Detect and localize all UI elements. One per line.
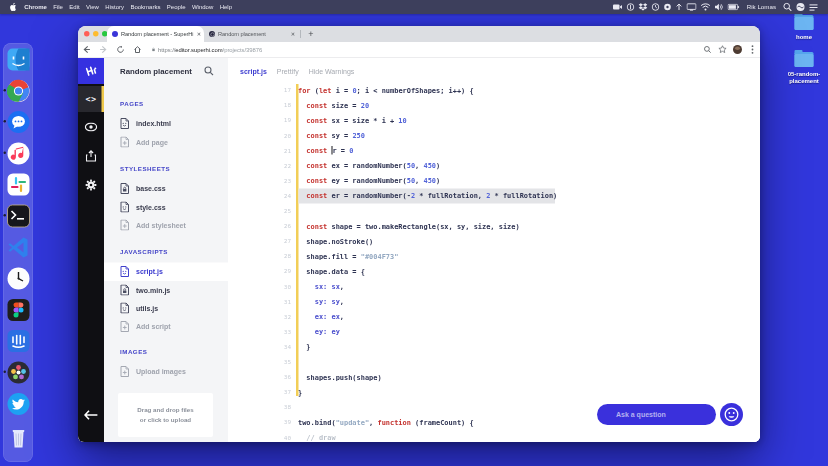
info-icon[interactable] — [625, 3, 637, 11]
bookmark-star-icon[interactable] — [715, 43, 730, 57]
clock-icon[interactable] — [650, 3, 662, 11]
reload-button[interactable] — [112, 43, 129, 57]
section-stylesheets: STYLESHEETSbase.cssstyle.cssAdd styleshe… — [104, 165, 228, 234]
editor-tabbar: script.js Prettify Hide Warnings — [228, 58, 354, 84]
notification-center-icon[interactable] — [807, 3, 820, 11]
menu-history[interactable]: History — [102, 4, 127, 11]
dock-clock[interactable] — [7, 267, 31, 291]
line-number: 34 — [228, 339, 291, 354]
browser-window: Random placement - SuperHi ✕ Random plac… — [78, 26, 760, 442]
file-script-js[interactable]: script.js — [104, 263, 228, 281]
menu-file[interactable]: File — [50, 4, 66, 11]
profile-avatar[interactable] — [730, 43, 745, 57]
dropbox-icon[interactable] — [637, 3, 650, 11]
menu-view[interactable]: View — [83, 4, 102, 11]
tab-close-icon[interactable]: ✕ — [197, 31, 201, 37]
zoom-icon[interactable] — [700, 43, 715, 57]
add-images-button[interactable]: Upload images — [104, 363, 228, 381]
upload-dropzone[interactable]: Drag and drop files or click to upload — [118, 393, 213, 437]
line-number: 36 — [228, 369, 291, 384]
wifi-icon[interactable] — [699, 3, 713, 11]
new-tab-button[interactable]: + — [306, 29, 316, 39]
search-icon[interactable] — [204, 66, 214, 78]
file-label: Upload images — [136, 368, 186, 376]
apple-logo-icon[interactable] — [9, 3, 17, 12]
code-line: shapes.push(shape) — [298, 369, 382, 384]
disc-icon[interactable] — [662, 3, 674, 11]
code-view-button[interactable]: <> — [78, 86, 104, 112]
project-title: Random placement — [120, 67, 192, 76]
camera-icon[interactable] — [611, 4, 625, 11]
line-number: 24 — [228, 188, 291, 203]
line-number: 25 — [228, 203, 291, 218]
code-line: const sy = 250 — [298, 128, 365, 143]
add-javascripts-button[interactable]: Add script — [104, 317, 228, 335]
minimize-window-button[interactable] — [93, 31, 99, 37]
arrow-up-icon[interactable] — [674, 3, 685, 11]
forward-button[interactable] — [95, 43, 112, 57]
dock-twitter[interactable] — [7, 392, 31, 416]
preview-eye-button[interactable] — [78, 114, 104, 140]
battery-icon[interactable] — [726, 4, 742, 11]
dock-messages[interactable] — [7, 110, 31, 134]
desktop-folder[interactable]: 05-random-placement — [774, 52, 828, 84]
add-pages-button[interactable]: Add page — [104, 133, 228, 151]
code-area[interactable]: 17for (let i = 0; i < numberOfShapes; i+… — [228, 84, 760, 442]
dock-terminal[interactable] — [7, 204, 31, 228]
menu-help[interactable]: Help — [216, 4, 235, 11]
spotlight-icon[interactable] — [781, 3, 794, 12]
siri-icon[interactable] — [794, 3, 807, 12]
menu-window[interactable]: Window — [189, 4, 217, 11]
prettify-button[interactable]: Prettify — [277, 67, 299, 75]
add-stylesheets-button[interactable]: Add stylesheet — [104, 216, 228, 234]
line-number: 19 — [228, 113, 291, 128]
back-button[interactable] — [78, 43, 95, 57]
dock-vscode[interactable] — [7, 235, 31, 259]
ask-question-button[interactable]: Ask a question — [597, 404, 716, 425]
dock-slack[interactable] — [7, 173, 31, 197]
code-line: const shape = two.makeRectangle(sx, sy, … — [298, 218, 520, 233]
tab-close-icon[interactable]: ✕ — [291, 31, 295, 37]
browser-tab-inactive[interactable]: Random placement ✕ — [204, 26, 298, 42]
line-number: 22 — [228, 158, 291, 173]
menubar-user[interactable]: Rik Lomas — [742, 4, 781, 11]
file-two-min-js[interactable]: two.min.js — [104, 281, 228, 299]
display-icon[interactable] — [685, 3, 699, 11]
help-smiley-button[interactable] — [720, 403, 743, 426]
dock-music[interactable] — [7, 141, 31, 165]
menu-bookmarks[interactable]: Bookmarks — [127, 4, 163, 11]
volume-icon[interactable] — [713, 3, 726, 11]
editor-tab-scriptjs[interactable]: script.js — [240, 67, 267, 75]
file-style-css[interactable]: style.css — [104, 198, 228, 216]
home-button[interactable] — [129, 43, 146, 57]
file-utils-js[interactable]: utils.js — [104, 299, 228, 317]
back-arrow-button[interactable] — [78, 402, 104, 428]
superhi-logo[interactable] — [78, 58, 104, 84]
menu-chrome[interactable]: Chrome — [21, 4, 50, 11]
line-number: 32 — [228, 309, 291, 324]
desktop-folder[interactable]: home — [774, 15, 828, 40]
line-number: 17 — [228, 84, 291, 98]
share-button[interactable] — [78, 143, 104, 169]
code-line: const size = 20 — [298, 98, 369, 113]
dock-finder[interactable] — [7, 48, 31, 72]
dock-figma[interactable] — [7, 298, 31, 322]
close-window-button[interactable] — [84, 31, 90, 37]
file-label: script.js — [136, 268, 163, 276]
address-bar[interactable]: https://editor.superhi.com/projects/3987… — [152, 44, 696, 56]
settings-gear-button[interactable] — [78, 172, 104, 198]
file-index-html[interactable]: index.html — [104, 115, 228, 133]
browser-tab-active[interactable]: Random placement - SuperHi ✕ — [107, 26, 204, 42]
browser-menu-icon[interactable] — [745, 43, 760, 57]
dock-trash[interactable] — [7, 426, 31, 450]
dock-media[interactable] — [7, 361, 31, 385]
code-line: two.bind("update", function (frameCount)… — [298, 415, 474, 430]
file-base-css[interactable]: base.css — [104, 180, 228, 198]
menu-edit[interactable]: Edit — [66, 4, 83, 11]
code-line: ex: ex, — [298, 309, 344, 324]
menu-people[interactable]: People — [164, 4, 189, 11]
dock-intercom[interactable] — [7, 329, 31, 353]
hide-warnings-button[interactable]: Hide Warnings — [309, 67, 355, 75]
dock-chrome[interactable] — [7, 79, 31, 103]
line-number: 20 — [228, 128, 291, 143]
